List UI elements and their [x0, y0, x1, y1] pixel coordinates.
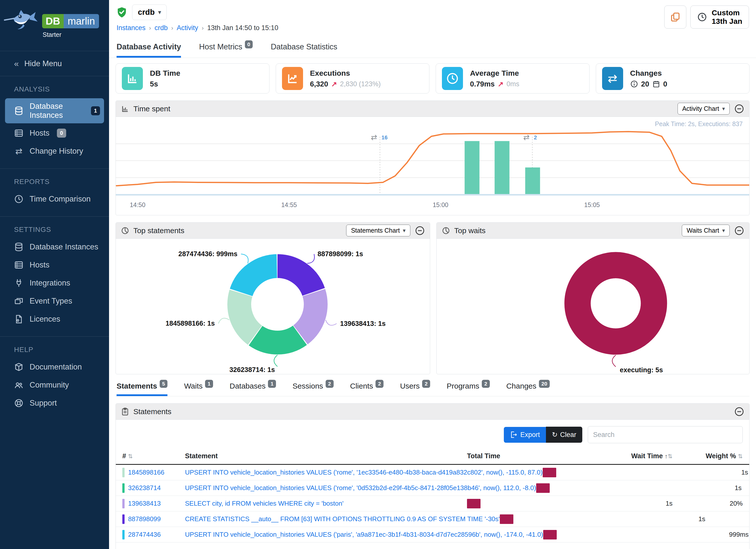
statement-text-link[interactable]: SELECT city, id FROM vehicles WHERE city…	[185, 500, 467, 507]
statement-text-link[interactable]: CREATE STATISTICS __auto__ FROM [63] WIT…	[185, 515, 500, 523]
tab-changes[interactable]: Changes20	[506, 382, 550, 396]
statement-id-link[interactable]: 326238714	[128, 484, 161, 492]
db-icon	[14, 242, 24, 252]
col-header-weight[interactable]: Weight % ⇅	[673, 452, 743, 460]
panel-title: Statements	[133, 407, 171, 416]
kpi-delta: 0ms	[507, 80, 519, 88]
statement-id-link[interactable]: 887898099	[128, 515, 161, 523]
statements-chart-dropdown[interactable]: Statements Chart▾	[346, 225, 410, 236]
breadcrumb-instance[interactable]: crdb	[155, 24, 168, 32]
count-badge: 1	[205, 380, 213, 388]
tab-statements[interactable]: Statements5	[117, 382, 167, 396]
sidebar-item-database-instances[interactable]: Database Instances	[5, 239, 104, 255]
statement-color-chip	[122, 514, 125, 524]
collapse-panel-icon[interactable]	[734, 104, 744, 114]
sidebar-item-licences[interactable]: Licences	[5, 311, 104, 327]
copy-link-button[interactable]	[664, 6, 686, 29]
breadcrumb-instances[interactable]: Instances	[117, 24, 146, 32]
export-button[interactable]: Export	[504, 427, 546, 443]
hide-menu-button[interactable]: « Hide Menu	[0, 51, 109, 76]
statement-text-link[interactable]: UPSERT INTO vehicle_location_histories V…	[185, 469, 543, 476]
swap-glyph: ⇄	[606, 72, 619, 85]
sidebar-item-label: Hosts	[30, 129, 49, 138]
clipboard-icon	[121, 407, 129, 416]
tab-database-activity[interactable]: Database Activity	[117, 42, 181, 58]
sidebar-item-database-instances[interactable]: Database Instances1	[5, 98, 104, 123]
statement-id-link[interactable]: 287474436	[128, 531, 161, 538]
barchart-icon	[122, 67, 143, 90]
tab-databases[interactable]: Databases1	[230, 382, 276, 396]
time-range-button[interactable]: Custom 13th Jan	[690, 6, 749, 29]
col-header-id[interactable]: # ⇅	[122, 452, 185, 460]
sidebar-item-event-types[interactable]: Event Types	[5, 293, 104, 309]
page-tabs: Database ActivityHost Metrics0Database S…	[109, 36, 756, 58]
top-waits-donut[interactable]: executing: 5s	[437, 239, 749, 374]
sidebar-item-time-comparison[interactable]: Time Comparison	[5, 191, 104, 207]
tab-label: Waits	[184, 382, 203, 392]
statement-id-cell: 1845898166	[122, 468, 185, 477]
sidebar-item-label: Database Instances	[30, 242, 98, 251]
statement-color-chip	[122, 530, 125, 539]
tab-label: Sessions	[293, 382, 323, 392]
total-time-cell	[536, 483, 641, 493]
sidebar-item-label: Change History	[30, 147, 83, 156]
collapse-panel-icon[interactable]	[415, 226, 425, 236]
kpi-title: DB Time	[150, 69, 180, 77]
sidebar-item-documentation[interactable]: Documentation	[5, 359, 104, 375]
plug-icon	[14, 278, 24, 288]
search-input[interactable]	[588, 426, 743, 443]
waits-chart-dropdown[interactable]: Waits Chart▾	[682, 225, 730, 236]
donut-label-326238714: 326238714: 1s	[229, 366, 275, 374]
tab-clients[interactable]: Clients2	[350, 382, 384, 396]
sidebar-section: ANALYSISDatabase Instances1Hosts0⇄Change…	[0, 76, 109, 169]
tab-waits[interactable]: Waits1	[184, 382, 213, 396]
sidebar-item-hosts[interactable]: Hosts	[5, 257, 104, 273]
donut-slice-executing[interactable]	[578, 265, 654, 342]
sidebar-item-change-history[interactable]: ⇄Change History	[5, 143, 104, 159]
sidebar-item-hosts[interactable]: Hosts0	[5, 125, 104, 141]
linechart-icon	[282, 67, 303, 90]
sidebar-item-integrations[interactable]: Integrations	[5, 275, 104, 291]
sort-icon: ⇅	[738, 453, 743, 460]
breadcrumb-separator: ›	[171, 25, 173, 32]
top-statements-donut[interactable]: 887898099: 1s139638413: 1s326238714: 1s1…	[116, 239, 430, 374]
tab-users[interactable]: Users2	[400, 382, 430, 396]
tab-label: Clients	[350, 382, 373, 392]
sidebar-item-community[interactable]: Community	[5, 377, 104, 393]
collapse-panel-icon[interactable]	[734, 407, 744, 417]
hide-menu-label: Hide Menu	[24, 59, 62, 68]
collapse-panel-icon[interactable]	[734, 226, 744, 236]
col-header-total-time[interactable]: Total Time	[467, 452, 572, 460]
breadcrumb-separator: ›	[202, 25, 204, 32]
tab-host-metrics[interactable]: Host Metrics0	[199, 42, 253, 58]
pie-chart-icon	[442, 226, 450, 235]
clear-button[interactable]: ↻ Clear	[546, 427, 582, 443]
server-icon	[14, 260, 24, 270]
tab-programs[interactable]: Programs2	[447, 382, 490, 396]
time-spent-chart[interactable]: ⇄16⇄214:5014:5515:0015:05	[116, 121, 749, 215]
tab-database-statistics[interactable]: Database Statistics	[271, 42, 337, 58]
statement-id-link[interactable]: 139638413	[128, 500, 161, 507]
activity-chart-dropdown[interactable]: Activity Chart▾	[678, 103, 730, 115]
wait-time-cell: 999ms	[648, 531, 749, 538]
count-badge: 0	[57, 129, 66, 138]
statement-text-link[interactable]: UPSERT INTO vehicle_location_histories V…	[185, 531, 543, 538]
breadcrumb-activity[interactable]: Activity	[177, 24, 198, 32]
total-time-cell	[467, 499, 572, 508]
svg-text:14:50: 14:50	[130, 201, 145, 208]
sidebar-section-title: ANALYSIS	[0, 85, 109, 97]
weight-cell: 20%	[705, 515, 749, 523]
sidebar-item-support[interactable]: Support	[5, 395, 104, 411]
book-icon	[14, 362, 24, 372]
tab-label: Database Statistics	[271, 42, 337, 53]
instance-selector[interactable]: crdb ▾	[132, 5, 167, 20]
table-body: 1845898166UPSERT INTO vehicle_location_h…	[116, 465, 749, 542]
tab-label: Databases	[230, 382, 265, 392]
col-header-statement[interactable]: Statement	[185, 452, 467, 460]
statement-text-link[interactable]: UPSERT INTO vehicle_location_histories V…	[185, 484, 536, 492]
col-header-wait-time[interactable]: Wait Time ↑⇅	[572, 452, 673, 460]
tab-sessions[interactable]: Sessions2	[293, 382, 333, 396]
statement-cell: SELECT city, id FROM vehicles WHERE city…	[185, 500, 467, 507]
sidebar-section-title: HELP	[0, 346, 109, 357]
statement-id-link[interactable]: 1845898166	[128, 469, 164, 476]
